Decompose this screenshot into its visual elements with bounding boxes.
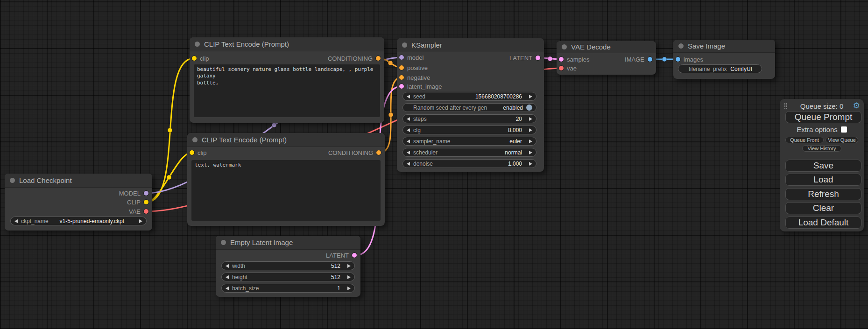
prev-arrow-icon[interactable] <box>226 275 229 279</box>
prev-arrow-icon[interactable] <box>14 219 18 223</box>
conditioning-port[interactable] <box>399 65 404 70</box>
prev-arrow-icon[interactable] <box>226 287 229 290</box>
next-arrow-icon[interactable] <box>529 151 532 154</box>
prev-arrow-icon[interactable] <box>407 140 410 143</box>
denoise-widget[interactable]: denoise 1.000 <box>402 159 536 168</box>
seed-widget[interactable]: seed 156680208700286 <box>402 92 536 101</box>
latent-port[interactable] <box>536 56 540 60</box>
cfg-widget[interactable]: cfg 8.000 <box>402 126 536 134</box>
sampler-name-widget[interactable]: sampler_name euler <box>402 137 536 146</box>
vae-port[interactable] <box>144 209 148 214</box>
filename-prefix-widget[interactable]: filename_prefix ComfyUI <box>678 64 762 73</box>
next-arrow-icon[interactable] <box>139 219 142 223</box>
prev-arrow-icon[interactable] <box>226 264 229 268</box>
output-model: MODEL <box>119 189 148 197</box>
save-button[interactable]: Save <box>785 160 861 172</box>
image-port[interactable] <box>676 57 680 62</box>
next-arrow-icon[interactable] <box>347 264 351 268</box>
output-clip: CLIP <box>127 198 148 206</box>
widget-label: steps <box>413 116 427 122</box>
widget-value: 8.000 <box>508 127 522 133</box>
scheduler-widget[interactable]: scheduler normal <box>402 148 536 157</box>
node-vae-decode[interactable]: VAE Decode samples vae IMAGE <box>557 41 656 75</box>
negative-prompt-textarea[interactable]: text, watermark <box>191 160 381 221</box>
node-ksampler[interactable]: KSampler model positive negative latent_… <box>397 38 544 172</box>
load-default-button[interactable]: Load Default <box>785 217 861 229</box>
toggle-icon[interactable] <box>526 105 532 111</box>
height-widget[interactable]: height 512 <box>221 273 355 281</box>
batch-size-widget[interactable]: batch_size 1 <box>221 284 355 293</box>
vae-port[interactable] <box>559 66 564 70</box>
output-conditioning: CONDITIONING <box>328 55 381 62</box>
prev-arrow-icon[interactable] <box>407 128 410 132</box>
prev-arrow-icon[interactable] <box>407 151 410 154</box>
model-port[interactable] <box>399 55 404 60</box>
widget-value: normal <box>505 149 522 156</box>
collapse-dot-icon[interactable] <box>195 42 200 47</box>
collapse-dot-icon[interactable] <box>678 43 684 49</box>
collapse-dot-icon[interactable] <box>221 240 226 245</box>
node-title-bar[interactable]: Empty Latent Image <box>216 236 360 250</box>
conditioning-port[interactable] <box>399 75 404 80</box>
image-port[interactable] <box>648 57 652 62</box>
output-label: LATENT <box>326 252 349 259</box>
node-clip-text-encode-positive[interactable]: CLIP Text Encode (Prompt) clip CONDITION… <box>190 37 384 123</box>
node-title: Save Image <box>688 42 725 50</box>
node-title: VAE Decode <box>571 43 611 51</box>
prev-arrow-icon[interactable] <box>407 95 410 98</box>
node-clip-text-encode-negative[interactable]: CLIP Text Encode (Prompt) clip CONDITION… <box>187 133 385 226</box>
clip-port[interactable] <box>192 56 197 61</box>
next-arrow-icon[interactable] <box>347 287 351 290</box>
latent-port[interactable] <box>352 253 357 258</box>
next-arrow-icon[interactable] <box>347 275 351 279</box>
clip-port[interactable] <box>190 150 194 155</box>
prev-arrow-icon[interactable] <box>407 162 410 166</box>
collapse-dot-icon[interactable] <box>192 137 198 142</box>
width-widget[interactable]: width 512 <box>221 261 355 270</box>
gear-icon[interactable]: ⚙ <box>853 101 860 111</box>
next-arrow-icon[interactable] <box>529 162 532 166</box>
extra-options-checkbox[interactable] <box>841 126 847 133</box>
node-load-checkpoint[interactable]: Load Checkpoint MODEL CLIP VAE ckpt_name… <box>5 174 152 231</box>
next-arrow-icon[interactable] <box>529 95 532 98</box>
clip-port[interactable] <box>144 200 148 204</box>
next-arrow-icon[interactable] <box>529 128 532 132</box>
positive-prompt-textarea[interactable]: beautiful scenery nature glass bottle la… <box>194 64 380 117</box>
conditioning-port[interactable] <box>376 150 381 155</box>
input-label: samples <box>567 56 589 63</box>
node-title-bar[interactable]: VAE Decode <box>557 41 656 53</box>
node-title-bar[interactable]: CLIP Text Encode (Prompt) <box>190 37 384 51</box>
view-history-button[interactable]: View History <box>802 145 841 152</box>
node-title-bar[interactable]: CLIP Text Encode (Prompt) <box>187 133 385 147</box>
widget-value: 1 <box>337 285 340 292</box>
steps-widget[interactable]: steps 20 <box>402 114 536 123</box>
node-title-bar[interactable]: Load Checkpoint <box>5 174 152 188</box>
queue-front-button[interactable]: Queue Front <box>785 137 824 143</box>
node-empty-latent-image[interactable]: Empty Latent Image LATENT width 512 heig… <box>216 236 360 297</box>
model-port[interactable] <box>144 191 148 196</box>
output-label: LATENT <box>509 55 532 62</box>
conditioning-port[interactable] <box>376 56 381 61</box>
collapse-dot-icon[interactable] <box>402 42 407 48</box>
output-label: CONDITIONING <box>328 55 373 62</box>
clear-button[interactable]: Clear <box>785 202 861 214</box>
random-seed-widget[interactable]: Random seed after every gen enabled <box>402 103 536 112</box>
next-arrow-icon[interactable] <box>529 117 532 121</box>
node-save-image[interactable]: Save Image images filename_prefix ComfyU… <box>673 40 775 79</box>
ckpt-name-widget[interactable]: ckpt_name v1-5-pruned-emaonly.ckpt <box>10 217 147 225</box>
latent-port[interactable] <box>559 57 564 62</box>
widget-label: cfg <box>413 127 421 133</box>
refresh-button[interactable]: Refresh <box>785 188 861 200</box>
prev-arrow-icon[interactable] <box>407 117 410 121</box>
output-latent: LATENT <box>509 54 540 62</box>
node-title-bar[interactable]: KSampler <box>397 38 544 52</box>
view-queue-button[interactable]: View Queue <box>826 137 858 143</box>
next-arrow-icon[interactable] <box>529 140 532 143</box>
load-button[interactable]: Load <box>785 174 861 186</box>
node-title-bar[interactable]: Save Image <box>673 40 775 53</box>
queue-prompt-button[interactable]: Queue Prompt <box>785 111 861 123</box>
collapse-dot-icon[interactable] <box>562 44 567 49</box>
collapse-dot-icon[interactable] <box>10 178 15 183</box>
latent-port[interactable] <box>399 84 404 89</box>
drag-handle-icon[interactable] <box>784 103 788 109</box>
